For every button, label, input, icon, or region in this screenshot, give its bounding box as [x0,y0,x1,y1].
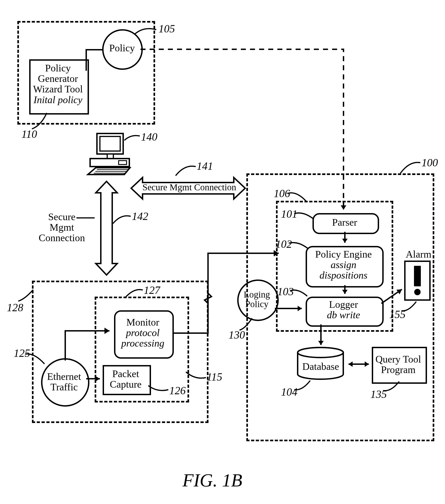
policy-generator-text: Policy Generator Wizard Tool Inital poli… [30,63,86,105]
arrow-eth-to-monitor [64,328,116,363]
pc-l2: Capture [110,379,142,390]
mon-l2: protocol [126,327,160,338]
sv-l2: Mgmt [50,222,74,233]
ref-110: 110 [21,128,37,140]
pg-l1: Policy [45,63,71,74]
mon-l3: processing [121,338,164,349]
ref-128: 128 [7,301,23,314]
leader-127 [125,289,143,300]
policy-label: Policy [105,43,139,54]
leader-105 [135,27,157,36]
ref-135: 135 [370,388,387,400]
ref-105: 105 [159,22,175,35]
leader-115 [186,370,206,381]
pg-l3: Wizard Tool [33,84,83,95]
sv-l1: Secure [48,211,75,222]
monitor-text: Monitor protocol processing [114,317,171,349]
leader-142-line [76,217,95,219]
lg-l1: Logger [329,299,358,310]
figure-label: FIG. 1B [182,470,242,491]
eth-l1: Ethernet [47,371,81,382]
ref-115: 115 [207,371,222,383]
sv-l3: Connection [39,232,85,243]
packet-capture-text: Packet Capture [103,369,148,390]
ref-100: 100 [422,156,438,169]
ref-127: 127 [144,284,160,296]
ref-125: 125 [14,347,30,359]
secure-mgmt-label-v: Secure Mgmt Connection [33,212,90,243]
pg-l2: Generator [38,73,78,84]
svg-rect-1 [100,136,120,151]
lp-l2: Policy [245,299,268,309]
leader-126 [148,383,169,393]
ref-126: 126 [169,384,186,397]
pe-l3: dispositions [320,270,367,281]
arrow-logger-to-alarm [381,288,407,306]
ref-104: 104 [281,386,297,398]
database-label: Database [297,361,344,372]
ethernet-text: Ethernet Traffic [41,371,87,393]
pg-l4: Inital policy [34,94,82,105]
arrow-engine-to-logger [342,285,348,298]
leader-140 [124,135,140,144]
pc-l1: Packet [112,368,139,379]
mon-l1: Monitor [126,317,159,328]
pe-l2: assign [331,259,356,270]
policy-engine-text: Policy Engine assign dispositions [306,249,381,281]
qt-l2: Program [381,364,416,375]
pe-l1: Policy Engine [315,249,372,260]
ref-155: 155 [389,308,406,321]
ref-130: 130 [229,328,245,341]
ref-103: 103 [277,285,294,298]
leader-142 [113,215,131,226]
qt-l1: Query Tool [375,354,421,365]
diagram-canvas: Policy Policy Generator Wizard Tool Init… [0,0,445,504]
arrow-eth-to-packet [86,377,105,381]
svg-rect-18 [414,266,421,286]
svg-point-19 [414,289,421,295]
alarm-icon [404,260,431,301]
arrow-db-to-query [344,361,373,367]
query-tool-text: Query Tool Program [372,354,424,375]
lg-l2: db write [327,309,360,321]
loging-policy-text: Loging Policy [238,290,276,309]
arrow-logger-to-db [318,324,324,350]
eth-l2: Traffic [50,381,78,393]
arrow-policy-to-parser [141,48,350,217]
ref-102: 102 [276,238,292,250]
computer-icon [84,132,130,176]
lp-l1: Loging [244,289,270,300]
leader-100 [400,161,421,175]
connector-pg-to-policy [84,48,105,73]
arrow-parser-to-engine [342,232,348,247]
arrow-logingpolicy-to-logger [275,306,307,311]
svg-rect-4 [119,161,126,164]
parser-label: Parser [313,217,376,228]
alarm-label: Alarm [404,249,433,260]
secure-mgmt-arrow-v [94,180,119,276]
logger-text: Logger db write [306,299,381,320]
